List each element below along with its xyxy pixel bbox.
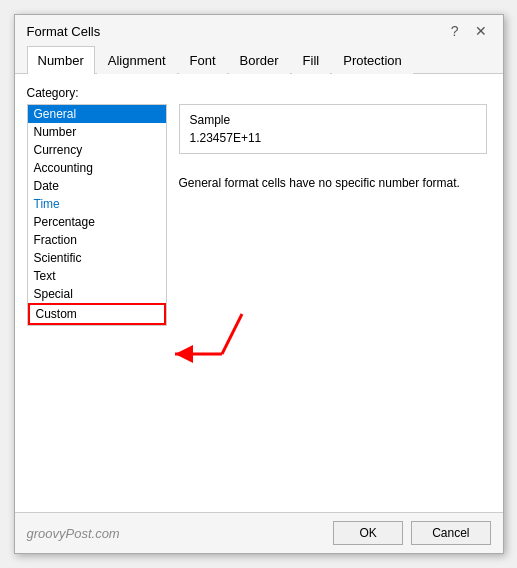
tab-alignment[interactable]: Alignment — [97, 46, 177, 74]
category-list-wrapper: General Number Currency Accounting Date … — [27, 104, 167, 500]
list-item-general[interactable]: General — [28, 105, 166, 123]
dialog-content: Category: General Number Currency Accoun… — [15, 74, 503, 512]
tab-number[interactable]: Number — [27, 46, 95, 74]
sample-value: 1.23457E+11 — [190, 131, 476, 145]
category-label: Category: — [27, 86, 491, 100]
sample-section: Sample 1.23457E+11 — [179, 104, 487, 154]
right-panel: Sample 1.23457E+11 General format cells … — [175, 104, 491, 500]
tab-font[interactable]: Font — [179, 46, 227, 74]
ok-button[interactable]: OK — [333, 521, 403, 545]
list-item-accounting[interactable]: Accounting — [28, 159, 166, 177]
list-item-percentage[interactable]: Percentage — [28, 213, 166, 231]
list-item-date[interactable]: Date — [28, 177, 166, 195]
sample-label: Sample — [190, 113, 476, 127]
action-buttons: OK Cancel — [333, 521, 490, 545]
tab-fill[interactable]: Fill — [292, 46, 331, 74]
dialog-title: Format Cells — [27, 24, 101, 39]
format-description: General format cells have no specific nu… — [179, 174, 487, 192]
cancel-button[interactable]: Cancel — [411, 521, 490, 545]
list-item-number[interactable]: Number — [28, 123, 166, 141]
tab-protection[interactable]: Protection — [332, 46, 413, 74]
list-item-custom[interactable]: Custom — [28, 303, 166, 325]
list-item-text[interactable]: Text — [28, 267, 166, 285]
title-bar-buttons: ? ✕ — [447, 23, 491, 39]
list-item-special[interactable]: Special — [28, 285, 166, 303]
format-cells-dialog: Format Cells ? ✕ Number Alignment Font B… — [14, 14, 504, 554]
title-bar: Format Cells ? ✕ — [15, 15, 503, 45]
list-item-currency[interactable]: Currency — [28, 141, 166, 159]
main-area: General Number Currency Accounting Date … — [27, 104, 491, 500]
tabs-bar: Number Alignment Font Border Fill Protec… — [15, 45, 503, 74]
close-button[interactable]: ✕ — [471, 23, 491, 39]
tab-border[interactable]: Border — [229, 46, 290, 74]
category-list[interactable]: General Number Currency Accounting Date … — [27, 104, 167, 326]
list-item-scientific[interactable]: Scientific — [28, 249, 166, 267]
list-item-fraction[interactable]: Fraction — [28, 231, 166, 249]
help-button[interactable]: ? — [447, 23, 463, 39]
list-item-time[interactable]: Time — [28, 195, 166, 213]
bottom-bar: groovyPost.com OK Cancel — [15, 512, 503, 553]
watermark: groovyPost.com — [27, 526, 120, 541]
